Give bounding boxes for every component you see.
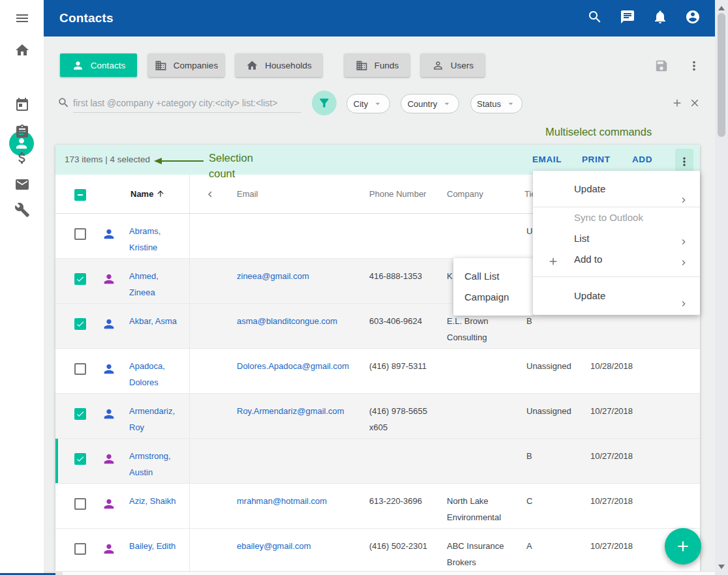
row-checkbox[interactable] (74, 453, 86, 465)
column-header-phone[interactable]: Phone Number (369, 175, 426, 214)
menu-item-add-to[interactable]: Add to (533, 249, 700, 270)
contact-name-link[interactable]: Apadoca, Dolores (129, 358, 185, 391)
vertical-scrollbar-thumb[interactable] (718, 13, 725, 137)
row-checkbox[interactable] (74, 498, 86, 510)
row-checkbox[interactable] (74, 228, 86, 240)
tab-companies[interactable]: Companies (148, 53, 224, 77)
contact-name-link[interactable]: Armstrong, Austin (129, 448, 185, 480)
table-row[interactable]: Aziz, Shaikh mrahman@hotmail.com 613-220… (55, 484, 700, 529)
topbar-chat-button[interactable] (620, 9, 635, 27)
search-input[interactable] (73, 93, 301, 113)
chevron-left-icon (204, 188, 216, 200)
contact-name-link[interactable]: Ahmed, Zineea (129, 268, 185, 301)
tab-households[interactable]: Households (235, 53, 322, 77)
scroll-up-arrow-icon[interactable] (718, 6, 725, 10)
caret-down-icon (442, 98, 452, 109)
annotation-multiselect-commands: Multiselect commands (545, 126, 652, 138)
scroll-down-arrow-icon[interactable] (718, 565, 725, 569)
column-header-company[interactable]: Company (447, 175, 483, 214)
row-checkbox[interactable] (74, 363, 86, 375)
topbar: Contacts (44, 0, 715, 37)
topbar-notifications-button[interactable] (652, 9, 668, 27)
contact-name-link[interactable]: Armendariz, Roy (129, 403, 185, 435)
sidebar-item-home[interactable] (0, 37, 44, 63)
contact-company: ABC Insurance Brokers (447, 538, 516, 570)
contact-email-link[interactable]: Dolores.Apadoca@gmail.com (237, 358, 367, 374)
contact-avatar-icon (102, 227, 116, 241)
tab-funds[interactable]: Funds (344, 53, 410, 77)
contact-name-link[interactable]: Bailey, Edith (129, 538, 185, 554)
submenu-item-call-list[interactable]: Call List (453, 266, 533, 287)
mail-icon (14, 177, 30, 192)
table-row[interactable]: Armstrong, Austin B 10/27/2018 (55, 439, 700, 484)
filter-button[interactable] (312, 91, 337, 115)
sort-ascending-icon (156, 189, 165, 198)
row-checkbox[interactable] (74, 273, 86, 285)
sidebar-item-tasks[interactable] (0, 119, 44, 145)
caret-down-icon (372, 98, 383, 109)
tab-users[interactable]: Users (421, 53, 485, 77)
caret-down-icon (506, 98, 516, 109)
page-title: Contacts (59, 11, 114, 25)
submenu-item-campaign[interactable]: Campaign (453, 287, 533, 308)
select-all-checkbox[interactable] (74, 189, 86, 201)
clear-search-button[interactable] (689, 97, 702, 110)
contact-email-link[interactable]: asma@blanditcongue.com (237, 313, 367, 329)
contact-name-link[interactable]: Aziz, Shaikh (129, 493, 185, 509)
add-contact-fab[interactable] (665, 528, 701, 565)
kebab-icon (687, 59, 701, 73)
save-view-button[interactable] (653, 57, 670, 74)
topbar-search-button[interactable] (587, 9, 603, 27)
plus-icon (675, 538, 691, 555)
company-icon (155, 59, 167, 72)
vertical-scrollbar[interactable] (715, 0, 728, 575)
row-checkbox[interactable] (74, 408, 86, 420)
table-row[interactable]: Armendariz, Roy Roy.Armendariz@gmail.com… (55, 394, 700, 439)
sidebar-item-mail[interactable] (0, 171, 44, 198)
contact-avatar-icon (102, 272, 116, 286)
contact-tier: Unassigned (526, 358, 588, 374)
check-icon (76, 409, 85, 419)
sidebar-item-contacts[interactable] (0, 65, 44, 91)
menu-item-update[interactable]: Update (533, 171, 700, 207)
tab-contacts[interactable]: Contacts (60, 53, 137, 77)
table-row[interactable]: Bailey, Edith ebailey@gmail.com (416) 50… (55, 529, 700, 571)
filter-chip-status[interactable]: Status (470, 94, 523, 113)
collapse-column-button[interactable] (204, 188, 216, 200)
person-icon (102, 317, 116, 331)
money-icon (14, 150, 30, 166)
hamburger-menu-button[interactable] (0, 5, 44, 31)
topbar-account-button[interactable] (685, 9, 701, 27)
contact-avatar-icon (102, 452, 116, 466)
person-icon (102, 272, 116, 286)
contact-avatar-icon (102, 497, 116, 511)
menu-item-list[interactable]: List (533, 228, 700, 249)
contact-tier: C (526, 493, 588, 509)
chevron-right-icon (678, 299, 689, 309)
contact-phone: 603-406-9624 (369, 313, 434, 329)
sidebar-item-billing[interactable] (0, 145, 44, 171)
add-filter-button[interactable] (671, 97, 684, 110)
contact-email-link[interactable]: zineea@gmail.com (237, 268, 367, 284)
table-row[interactable]: Apadoca, Dolores Dolores.Apadoca@gmail.c… (55, 349, 700, 394)
sidebar-item-calendar[interactable] (0, 92, 44, 118)
check-icon (76, 319, 85, 329)
filter-chip-city[interactable]: City (346, 94, 390, 113)
tabs-more-button[interactable] (686, 57, 703, 74)
contact-name-link[interactable]: Abrams, Kristine (129, 223, 185, 256)
contact-date: 10/28/2018 (590, 358, 656, 374)
filter-chip-country[interactable]: Country (401, 94, 459, 113)
contact-email-link[interactable]: mrahman@hotmail.com (237, 493, 367, 509)
sidebar-item-tools[interactable] (0, 197, 44, 223)
contact-email-link[interactable]: ebailey@gmail.com (237, 538, 367, 554)
row-checkbox[interactable] (74, 543, 86, 555)
row-checkbox[interactable] (74, 318, 86, 330)
contact-name-link[interactable]: Akbar, Asma (129, 313, 185, 329)
horizontal-scrollbar[interactable] (44, 571, 715, 575)
contact-email-link[interactable]: Roy.Armendariz@gmail.com (237, 403, 367, 419)
contact-avatar-icon (102, 407, 116, 421)
person-outline-icon (432, 59, 444, 72)
annotation-arrow-icon (154, 156, 204, 166)
person-icon (72, 59, 84, 72)
menu-item-update[interactable]: Update (533, 281, 700, 311)
